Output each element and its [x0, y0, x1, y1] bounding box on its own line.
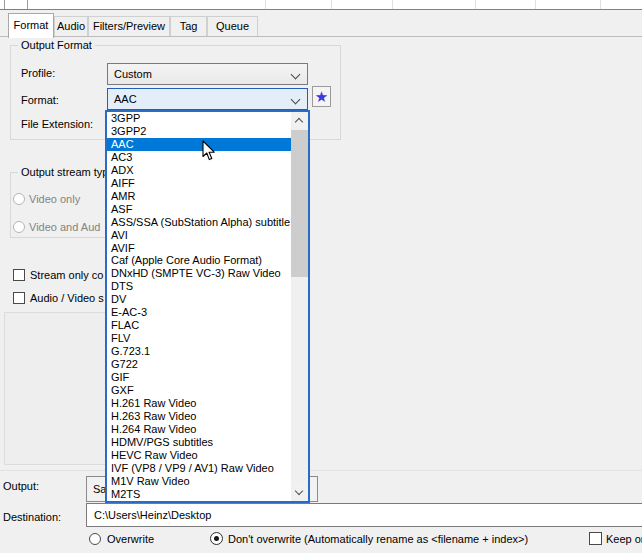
dropdown-item[interactable]: AVIF	[107, 242, 291, 255]
dropdown-item[interactable]: HDMV/PGS subtitles	[107, 436, 291, 449]
format-dropdown-items: 3GPP3GPP2AACAC3ADXAIFFAMRASFASS/SSA (Sub…	[107, 112, 291, 501]
scrollbar-thumb[interactable]	[291, 130, 308, 277]
chevron-down-icon	[291, 70, 301, 80]
profile-label: Profile:	[21, 67, 55, 79]
output-format-group-title: Output Format	[18, 39, 95, 51]
chevron-down-icon	[291, 95, 301, 105]
dropdown-item[interactable]: AC3	[107, 151, 291, 164]
destination-label: Destination:	[3, 511, 61, 523]
dropdown-item[interactable]: 3GPP	[107, 112, 291, 125]
scroll-down-button[interactable]	[291, 484, 308, 501]
audio-video-sync-checkbox[interactable]	[13, 292, 25, 304]
dropdown-item[interactable]: M2TS	[107, 488, 291, 501]
dropdown-item[interactable]: DNxHD (SMPTE VC-3) Raw Video	[107, 267, 291, 280]
tab-format[interactable]: Format	[8, 13, 54, 38]
dropdown-item[interactable]: ADX	[107, 164, 291, 177]
format-label: Format:	[21, 94, 59, 106]
dropdown-item[interactable]: AIFF	[107, 177, 291, 190]
dropdown-item[interactable]: G722	[107, 358, 291, 371]
dropdown-item[interactable]: M1V Raw Video	[107, 475, 291, 488]
keep-original-label: Keep ori	[606, 533, 642, 545]
dropdown-item[interactable]: HEVC Raw Video	[107, 449, 291, 462]
profile-combobox[interactable]: Custom	[107, 63, 308, 85]
output-stream-type-title: Output stream typ	[18, 166, 111, 178]
format-combobox[interactable]: AAC	[107, 88, 308, 110]
scroll-up-button[interactable]	[291, 112, 308, 129]
dropdown-item[interactable]: H.261 Raw Video	[107, 397, 291, 410]
dropdown-item[interactable]: DV	[107, 293, 291, 306]
video-only-radio	[13, 193, 25, 205]
destination-input[interactable]: C:\Users\Heinz\Desktop	[86, 503, 642, 527]
dropdown-item[interactable]: GIF	[107, 371, 291, 384]
keep-original-checkbox[interactable]	[589, 532, 602, 545]
dropdown-item[interactable]: FLAC	[107, 319, 291, 332]
tab-filters-preview[interactable]: Filters/Preview	[88, 16, 170, 36]
video-and-audio-radio	[13, 221, 25, 233]
dropdown-item[interactable]: E-AC-3	[107, 306, 291, 319]
dropdown-item[interactable]: IVF (VP8 / VP9 / AV1) Raw Video	[107, 462, 291, 475]
favorite-button[interactable]: ★	[312, 86, 331, 107]
overwrite-label: Overwrite	[107, 533, 154, 545]
video-and-audio-label: Video and Aud	[29, 221, 100, 233]
dropdown-item[interactable]: GXF	[107, 384, 291, 397]
dropdown-item[interactable]: AVI	[107, 229, 291, 242]
tab-audio[interactable]: Audio	[54, 16, 88, 36]
dropdown-item[interactable]: H.264 Raw Video	[107, 423, 291, 436]
output-label: Output:	[3, 480, 39, 492]
dropdown-item[interactable]: DTS	[107, 280, 291, 293]
dropdown-item[interactable]: AAC	[107, 138, 291, 151]
dropdown-item[interactable]: AMR	[107, 190, 291, 203]
file-extension-label: File Extension:	[21, 118, 93, 130]
pane-bottom-edge	[0, 470, 642, 471]
dropdown-item[interactable]: H.263 Raw Video	[107, 410, 291, 423]
dropdown-scrollbar[interactable]	[291, 112, 308, 501]
file-list-bottom-edge	[0, 0, 642, 10]
dropdown-item[interactable]: Caf (Apple Core Audio Format)	[107, 254, 291, 267]
dropdown-item[interactable]: ASS/SSA (SubStation Alpha) subtitle	[107, 216, 291, 229]
dropdown-item[interactable]: G.723.1	[107, 345, 291, 358]
stream-only-copy-checkbox[interactable]	[13, 269, 25, 281]
profile-value: Custom	[114, 68, 152, 80]
dont-overwrite-label: Don't overwrite (Automatically rename as…	[228, 533, 528, 545]
chevron-up-icon	[295, 118, 303, 126]
chevron-down-icon	[295, 487, 303, 495]
tab-tag[interactable]: Tag	[170, 16, 207, 36]
tab-queue[interactable]: Queue	[207, 16, 258, 36]
star-icon: ★	[315, 88, 328, 105]
dropdown-item[interactable]: FLV	[107, 332, 291, 345]
overwrite-radio[interactable]	[89, 533, 101, 545]
tab-pane-border	[0, 36, 642, 37]
dont-overwrite-radio[interactable]	[210, 532, 223, 545]
stream-only-copy-label: Stream only co	[30, 269, 103, 281]
dropdown-item[interactable]: ASF	[107, 203, 291, 216]
format-value: AAC	[114, 93, 137, 105]
format-dropdown-list: 3GPP3GPP2AACAC3ADXAIFFAMRASFASS/SSA (Sub…	[105, 110, 310, 503]
video-only-label: Video only	[29, 193, 80, 205]
audio-video-sync-label: Audio / Video s	[30, 292, 104, 304]
dropdown-item[interactable]: 3GPP2	[107, 125, 291, 138]
